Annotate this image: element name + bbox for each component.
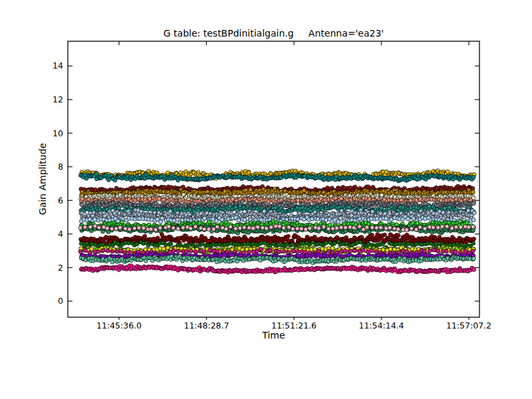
data-point <box>214 243 218 247</box>
data-point <box>149 227 153 231</box>
x-axis-label: Time <box>68 330 479 340</box>
data-point <box>389 217 393 221</box>
x-tick-label: 11:57:07.2 <box>446 321 491 331</box>
data-point <box>282 226 286 230</box>
data-point <box>428 249 432 253</box>
x-tick-label: 11:54:14.4 <box>358 321 404 331</box>
y-tick-label: 10 <box>53 128 63 138</box>
data-point <box>242 225 246 229</box>
data-point <box>176 227 180 231</box>
data-point <box>401 249 405 253</box>
data-point <box>440 225 444 229</box>
data-point <box>348 225 352 229</box>
data-point <box>392 227 396 231</box>
data-point <box>96 250 100 254</box>
data-point <box>374 226 378 230</box>
data-point <box>370 209 374 213</box>
data-point <box>331 246 334 250</box>
data-point <box>137 226 141 230</box>
data-point <box>128 251 132 255</box>
y-tick-label: 6 <box>58 196 63 205</box>
data-point <box>291 249 295 253</box>
data-point <box>202 227 206 231</box>
data-point <box>428 225 432 229</box>
data-point <box>310 217 314 221</box>
data-point <box>338 216 342 220</box>
data-point <box>472 268 476 272</box>
x-tick-label: 11:45:36.0 <box>96 321 142 331</box>
data-point <box>146 243 150 247</box>
data-point <box>361 248 365 252</box>
data-point <box>436 249 440 253</box>
data-point <box>472 211 476 215</box>
data-point <box>126 241 130 245</box>
data-point <box>396 233 400 237</box>
data-point <box>358 225 362 229</box>
data-point <box>384 217 388 221</box>
x-tick-label: 11:48:28.7 <box>184 321 229 331</box>
data-point <box>423 217 427 221</box>
data-point <box>396 227 400 231</box>
data-point <box>358 249 362 253</box>
data-point <box>274 224 278 228</box>
y-tick-label: 14 <box>53 61 63 70</box>
data-point <box>203 216 207 220</box>
data-point <box>265 226 269 230</box>
data-point <box>287 225 291 229</box>
data-point <box>119 249 123 253</box>
plot-title: G table: testBPdinitialgain.g Antenna='e… <box>68 28 479 39</box>
data-point <box>420 243 424 247</box>
data-point <box>405 249 409 253</box>
y-tick-label: 12 <box>53 94 63 104</box>
y-axis-label: Gain Amplitude <box>37 143 48 215</box>
data-point <box>83 225 87 229</box>
data-point <box>207 227 211 231</box>
data-point <box>471 176 475 180</box>
data-point <box>471 190 475 194</box>
data-point <box>431 225 435 229</box>
data-point <box>378 225 382 229</box>
data-point <box>251 226 255 230</box>
data-point <box>322 225 326 229</box>
data-point <box>194 236 198 240</box>
data-point <box>332 241 336 245</box>
data-point <box>168 209 172 213</box>
data-point <box>162 247 166 251</box>
data-point <box>423 227 427 231</box>
data-point <box>414 227 418 231</box>
data-point <box>339 249 343 253</box>
data-point <box>383 233 387 237</box>
data-point <box>160 216 164 220</box>
data-point <box>381 242 385 246</box>
data-point <box>331 227 335 231</box>
data-point <box>261 226 265 230</box>
data-point <box>259 247 263 251</box>
series-deep-pink <box>79 264 475 275</box>
data-point <box>88 225 92 229</box>
data-point <box>172 249 176 253</box>
data-point <box>471 201 475 205</box>
data-point <box>106 249 110 253</box>
data-point <box>224 227 228 231</box>
data-point <box>317 226 321 230</box>
data-point <box>78 226 82 230</box>
data-point <box>471 241 475 245</box>
data-point <box>120 220 124 224</box>
data-point <box>411 221 415 225</box>
data-point <box>97 225 101 229</box>
data-point <box>286 234 290 238</box>
data-point <box>189 249 193 253</box>
data-point <box>282 249 286 253</box>
data-point <box>237 218 241 222</box>
data-point <box>115 249 119 253</box>
data-point <box>388 247 392 251</box>
data-point <box>327 249 331 253</box>
data-point <box>365 225 369 229</box>
data-point <box>132 226 136 230</box>
data-point <box>362 227 366 231</box>
data-point <box>450 249 454 253</box>
data-point <box>106 178 110 182</box>
data-point <box>472 237 476 241</box>
data-point <box>410 227 414 231</box>
data-point <box>339 225 343 229</box>
